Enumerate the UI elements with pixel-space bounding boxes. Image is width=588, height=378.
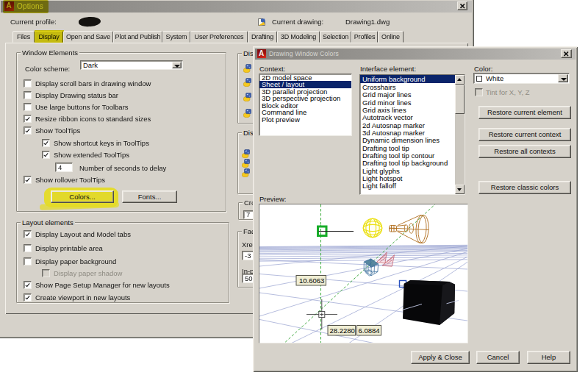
svg-text:10.6063: 10.6063 [299, 277, 324, 285]
svg-text:28.2280: 28.2280 [330, 327, 355, 335]
svg-text:6.0884: 6.0884 [359, 327, 380, 335]
